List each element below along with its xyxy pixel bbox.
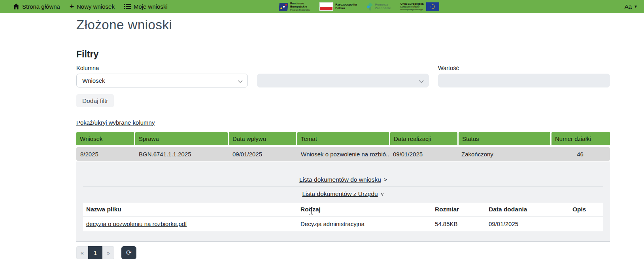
documents-from-office-link[interactable]: Lista dokumentów z Urzędu <box>302 190 384 197</box>
fundusze-europejskie-logo: Fundusze Europejskie Program Regionalny <box>279 2 310 11</box>
logo-text: Zachodnie <box>375 7 391 10</box>
files-header-opis: Opis <box>572 206 600 213</box>
plus-icon: + <box>70 2 74 10</box>
files-table: Nazwa pliku Rodzaj Rozmiar Data dodania … <box>83 203 603 231</box>
pagination-page-1-button[interactable]: 1 <box>88 246 102 259</box>
logo-text: Unia Europejska <box>400 2 424 6</box>
column-header-data-wplywu: Data wpływu <box>229 132 296 145</box>
files-table-header-row: Nazwa pliku Rodzaj Rozmiar Data dodania … <box>83 203 603 217</box>
submitted-applications-page: Strona główna + Nowy wniosek Moje wniosk… <box>0 0 644 266</box>
fundusze-europejskie-flag-icon <box>279 3 288 11</box>
home-icon <box>13 4 19 10</box>
logo-text: Program Regionalny <box>290 9 310 11</box>
nav-item-label: Nowy wniosek <box>77 3 115 10</box>
nav-item-label: Strona główna <box>22 3 60 10</box>
nav-item-new-application[interactable]: + Nowy wniosek <box>70 3 115 10</box>
cell-data-wplywu: 09/01/2025 <box>229 147 297 161</box>
files-header-rodzaj: Rodzaj <box>300 206 435 213</box>
file-download-link[interactable]: decyzja o pozwoleniu na rozbiorke.pdf <box>86 220 187 227</box>
toggle-columns-link[interactable]: Pokaż/ukryj wybrane kolumny <box>76 119 155 126</box>
pomorze-zachodnie-logo: Pomorze Zachodnie <box>366 3 391 11</box>
filters-heading: Filtry <box>76 49 98 60</box>
documents-from-office-link-wrap: Lista dokumentów z Urzędu <box>76 190 610 198</box>
page-title: Złożone wnioski <box>76 17 172 32</box>
column-label: Kolumna <box>76 65 99 71</box>
nav-item-my-applications[interactable]: Moje wnioski <box>124 3 168 10</box>
logo-text: Europejskie <box>290 5 310 9</box>
pagination-prev-button[interactable]: « <box>76 246 88 259</box>
chevron-down-icon <box>419 78 423 83</box>
top-navbar: Strona główna + Nowy wniosek Moje wniosk… <box>0 0 644 13</box>
table-header-row: Wniosek Sprawa Data wpływu Temat Data re… <box>76 132 610 145</box>
documents-to-application-link-wrap: Lista dokumentów do wniosku <box>76 176 610 183</box>
pagination-next-button[interactable]: » <box>102 246 114 259</box>
cell-numer-dzialki: 46 <box>550 147 610 161</box>
table-row[interactable]: 8/2025 BGN.6741.1.1.2025 09/01/2025 Wnio… <box>76 147 610 161</box>
refresh-button[interactable]: ⟳ <box>121 246 136 259</box>
column-header-wniosek: Wniosek <box>76 132 134 145</box>
logo-text: Polska <box>335 7 357 10</box>
cell-status: Zakończony <box>457 147 550 161</box>
logo-text: Europejski Fundusz <box>400 6 424 8</box>
files-header-data-dodania: Data dodania <box>489 206 572 213</box>
leaf-icon <box>366 3 373 11</box>
unia-europejska-logo: Unia Europejska Europejski Fundusz Rozwo… <box>400 2 439 11</box>
cell-wniosek: 8/2025 <box>76 147 135 161</box>
file-type: Decyzja administracyjna <box>300 220 435 227</box>
cell-temat: Wniosek o pozwolenie na rozbió... <box>297 147 389 161</box>
column-header-data-realizacji: Data realizacji <box>390 132 457 145</box>
poland-flag-icon <box>319 2 333 11</box>
column-header-sprawa: Sprawa <box>135 132 228 145</box>
column-select[interactable]: Wniosek <box>76 74 248 87</box>
file-size: 54.85KB <box>435 220 489 227</box>
value-label: Wartość <box>438 65 459 71</box>
font-size-toggle[interactable]: Aa ▼ <box>625 0 638 13</box>
column-header-status: Status <box>459 132 550 145</box>
files-table-row: decyzja o pozwoleniu na rozbiorke.pdf De… <box>83 217 603 231</box>
cell-sprawa: BGN.6741.1.1.2025 <box>135 147 229 161</box>
documents-to-application-link[interactable]: Lista dokumentów do wniosku <box>299 176 387 183</box>
eu-flag-icon <box>426 2 439 11</box>
add-filter-button[interactable]: Dodaj filtr <box>76 94 114 107</box>
navbar-menu: Strona główna + Nowy wniosek Moje wniosk… <box>0 3 168 10</box>
files-header-rozmiar: Rozmiar <box>435 206 489 213</box>
rzeczpospolita-polska-logo: Rzeczpospolita Polska <box>319 2 357 11</box>
nav-item-label: Moje wnioski <box>134 3 168 10</box>
column-header-temat: Temat <box>297 132 389 145</box>
caret-down-icon: ▼ <box>634 4 638 9</box>
divider <box>83 186 603 187</box>
file-date-added: 09/01/2025 <box>489 220 572 227</box>
logo-text: Rozwoju Regionalnego <box>400 8 424 11</box>
chevron-down-icon <box>238 78 242 83</box>
list-icon <box>124 4 131 9</box>
files-header-nazwa-pliku: Nazwa pliku <box>86 206 300 213</box>
funding-logos: Fundusze Europejskie Program Regionalny … <box>279 1 439 12</box>
value-input[interactable] <box>438 74 610 87</box>
row-details-panel: Lista dokumentów do wniosku Lista dokume… <box>76 162 610 242</box>
operator-select[interactable] <box>257 74 429 87</box>
pagination: « 1 » ⟳ <box>76 246 136 259</box>
refresh-icon: ⟳ <box>126 249 132 257</box>
nav-item-home[interactable]: Strona główna <box>13 3 60 10</box>
font-size-label: Aa <box>625 3 632 10</box>
column-header-numer-dzialki: Numer działki <box>551 132 610 145</box>
cell-data-realizacji: 09/01/2025 <box>389 147 457 161</box>
column-select-value: Wniosek <box>82 77 105 84</box>
